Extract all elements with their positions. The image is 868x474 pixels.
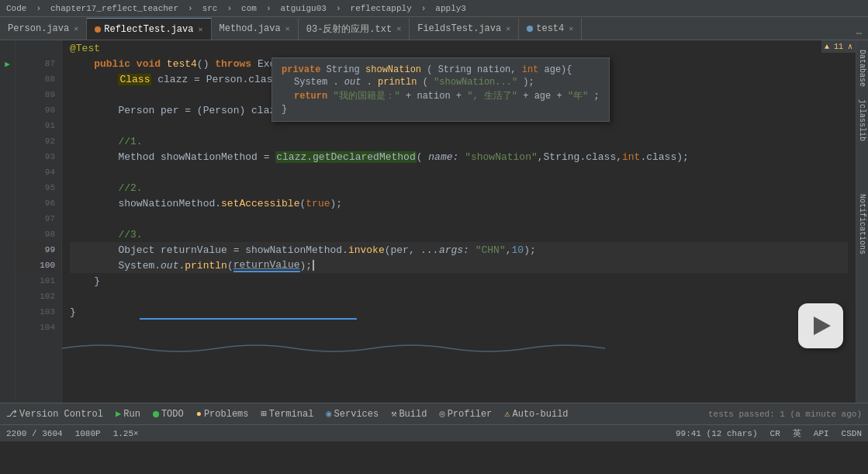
linenum-102: 102 (16, 289, 61, 304)
code-line-101: } (70, 273, 848, 289)
todo-button[interactable]: TODO (153, 409, 184, 420)
tab-reflecttest-dot (95, 26, 101, 33)
tab-reflecttest[interactable]: ReflectTest.java ✕ (87, 18, 211, 40)
notifications-label[interactable]: Notifications (858, 194, 866, 254)
breadcrumb-reflectapply[interactable]: reflectapply (351, 4, 412, 13)
api-indicator: API (814, 429, 829, 438)
warning-count: ▲ 11 ∧ (821, 40, 856, 53)
encoding-indicator[interactable]: CR (770, 429, 780, 438)
jclasslib-label[interactable]: jclasslib (858, 99, 866, 141)
profiler-button[interactable]: ◎ Profiler (439, 408, 492, 420)
version-control-button[interactable]: ⎇ Version Control (6, 408, 103, 420)
services-label: Services (334, 409, 379, 420)
breadcrumb-com[interactable]: com (241, 4, 257, 13)
breadcrumb-sep: › (36, 4, 41, 13)
terminal-button[interactable]: ⊞ Terminal (261, 408, 314, 420)
terminal-label: Terminal (269, 409, 314, 420)
tab-fieldstest-label: FieldsTest.java (417, 23, 501, 34)
breadcrumb-bar: Code › chapter17_reflect_teacher › src ›… (0, 0, 868, 17)
play-icon (814, 317, 831, 335)
breadcrumb-atguigu[interactable]: atguigu03 (281, 4, 327, 13)
wave-decoration (62, 339, 840, 358)
cursor (313, 260, 314, 271)
code-line-100: System . out . println ( returnValue ); (70, 258, 848, 273)
breadcrumb-sep5: › (336, 4, 341, 13)
resolution-indicator: 1080P (75, 429, 101, 438)
profiler-label: Profiler (448, 409, 493, 420)
code-line-94 (70, 164, 848, 180)
run-icon[interactable]: ▶ (5, 59, 10, 69)
csdn-indicator: CSDN (842, 429, 862, 438)
lang-indicator[interactable]: 英 (793, 427, 801, 439)
linenum-94: 94 (16, 164, 61, 180)
vc-icon: ⎇ (6, 408, 17, 420)
linenum-104: 104 (16, 320, 61, 335)
tab-reflect-txt[interactable]: 03-反射的应用.txt ✕ (299, 18, 410, 40)
tooltip-line3: return "我的国籍是：" + nation + ", 生活了" + age… (282, 89, 600, 102)
autobuild-label: Auto-build (513, 409, 569, 420)
tab-test4[interactable]: test4 ✕ (519, 18, 582, 40)
tab-overflow[interactable]: ⋯ (850, 28, 868, 40)
memory-indicator[interactable]: 2200 / 3604 (6, 429, 63, 438)
code-line-test-ann: @Test (70, 40, 848, 56)
code-line-102 (70, 289, 848, 304)
breadcrumb-sep2: › (188, 4, 193, 13)
code-line-103: } (70, 304, 848, 320)
line-numbers: 87 88 89 90 91 92 93 94 95 96 97 98 99 1… (16, 40, 62, 403)
services-button[interactable]: ◉ Services (326, 408, 379, 420)
tab-test4-close[interactable]: ✕ (569, 24, 573, 33)
version-control-label: Version Control (19, 409, 103, 420)
run-button[interactable]: ▶ Run (116, 408, 140, 420)
status-bar: 2200 / 3604 1080P 1.25× 99:41 (12 chars)… (0, 424, 868, 441)
autobuild-icon: ⚠ (504, 408, 510, 420)
tab-reflect-txt-close[interactable]: ✕ (396, 24, 401, 33)
tab-reflecttest-label: ReflectTest.java (104, 24, 193, 35)
tooltip-popup: private String showNation ( String natio… (271, 57, 610, 122)
breadcrumb-sep4: › (266, 4, 271, 13)
database-label[interactable]: Database (858, 50, 866, 87)
code-line-95: //2. (70, 180, 848, 195)
autobuild-button[interactable]: ⚠ Auto-build (504, 408, 568, 420)
linenum-95: 95 (16, 180, 61, 195)
problems-button[interactable]: ● Problems (196, 409, 249, 420)
code-line-99: Object returnValue = showNationMethod. i… (70, 242, 848, 258)
tab-method-label: Method.java (220, 23, 281, 34)
tab-reflecttest-close[interactable]: ✕ (198, 25, 202, 34)
tab-fieldstest[interactable]: FieldsTest.java ✕ (410, 18, 519, 40)
terminal-icon: ⊞ (261, 408, 267, 420)
linenum-97: 97 (16, 211, 61, 227)
tab-person[interactable]: Person.java ✕ (0, 18, 87, 40)
breadcrumb-sep6: › (421, 4, 427, 13)
breadcrumb-apply3[interactable]: apply3 (435, 4, 466, 13)
linenum-blank (16, 40, 61, 56)
tab-reflect-txt-label: 03-反射的应用.txt (306, 22, 392, 36)
tab-method-close[interactable]: ✕ (285, 24, 290, 33)
linenum-87: 87 (16, 56, 61, 71)
right-panel-db[interactable]: Database jclasslib Notifications (856, 40, 868, 403)
build-label: Build (399, 409, 427, 420)
video-play-button[interactable] (798, 303, 843, 348)
code-line-93: Method showNationMethod = clazz.getDecla… (70, 149, 848, 164)
breadcrumb-project[interactable]: chapter17_reflect_teacher (50, 4, 178, 13)
code-editor[interactable]: @Test public void test4 () throws Except… (62, 40, 856, 403)
line-col-indicator: 99:41 (12 chars) (676, 429, 758, 438)
problems-label: Problems (204, 409, 249, 420)
build-button[interactable]: ⚒ Build (391, 408, 427, 420)
tab-person-label: Person.java (8, 23, 69, 34)
linenum-99: 99 (16, 242, 61, 258)
tab-method[interactable]: Method.java ✕ (212, 18, 299, 40)
linenum-98: 98 (16, 227, 61, 242)
breadcrumb-src[interactable]: src (202, 4, 218, 13)
linenum-93: 93 (16, 149, 61, 164)
linenum-89: 89 (16, 87, 61, 102)
tab-person-close[interactable]: ✕ (74, 24, 78, 33)
class-highlight: Class (118, 74, 151, 85)
breadcrumb-code[interactable]: Code (6, 4, 26, 13)
tab-test4-dot (527, 26, 533, 32)
tab-bar: Person.java ✕ ReflectTest.java ✕ Method.… (0, 17, 868, 40)
breadcrumb-sep3: › (227, 4, 232, 13)
tab-fieldstest-close[interactable]: ✕ (506, 24, 510, 33)
code-line-98: //3. (70, 227, 848, 242)
linenum-100: 100 (16, 258, 61, 273)
code-line-96: showNationMethod. setAccessible ( true )… (70, 195, 848, 211)
